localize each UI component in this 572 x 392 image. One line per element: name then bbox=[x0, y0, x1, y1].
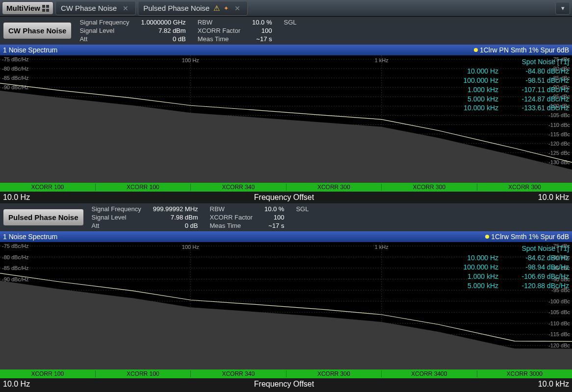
svg-text:-85 dBc/Hz: -85 dBc/Hz bbox=[2, 75, 29, 81]
svg-text:-75 dBc/Hz: -75 dBc/Hz bbox=[2, 56, 29, 62]
spot-noise-row: 1.000 kHz-107.11 dBc/Hz bbox=[444, 85, 569, 95]
spot-noise-row: 10.000 kHz-133.61 dBc/Hz bbox=[444, 103, 569, 113]
xcorr-segment: XCORR 340 bbox=[191, 184, 286, 191]
panel-pulsed: Pulsed Phase Noise Signal Frequency 999.… bbox=[0, 203, 572, 390]
param-value: 10.0 % bbox=[252, 19, 272, 26]
xcorr-segment: XCORR 300 bbox=[286, 184, 382, 191]
grid-icon bbox=[42, 5, 49, 12]
axis-right: 10.0 kHz bbox=[538, 193, 569, 202]
param-value: 100 bbox=[264, 214, 284, 221]
xcorr-segment: XCORR 340 bbox=[191, 370, 286, 377]
trace-title-left: 1 Noise Spectrum bbox=[3, 46, 57, 54]
param-value: 999.99992 MHz bbox=[153, 205, 198, 213]
svg-text:-75 dBc/Hz: -75 dBc/Hz bbox=[2, 243, 29, 249]
meas-header-pulsed: Pulsed Phase Noise Signal Frequency 999.… bbox=[0, 203, 572, 231]
svg-text:-80 dBc/Hz: -80 dBc/Hz bbox=[2, 254, 29, 260]
xcorr-segment: XCORR 100 bbox=[0, 370, 96, 377]
tab-cw-phase-noise[interactable]: CW Phase Noise ✕ bbox=[55, 1, 136, 15]
param-value: 1.0000000 GHz bbox=[141, 19, 186, 26]
param-value: 7.98 dBm bbox=[153, 214, 198, 221]
param-label: RBW bbox=[198, 19, 240, 26]
multiview-label: MultiView bbox=[6, 4, 40, 12]
xcorr-segment: XCORR 300 bbox=[286, 370, 382, 377]
chart-area-cw[interactable]: -75 dBc/Hz-75 dBc-80 dBc/Hz-80 dBc-85 dB… bbox=[0, 55, 572, 183]
multiview-button[interactable]: MultiView bbox=[2, 1, 53, 15]
chart-area-pulsed[interactable]: -75 dBc/Hz-75 dBc-80 dBc/Hz-80 dBc-85 dB… bbox=[0, 242, 572, 369]
param-value: 0 dB bbox=[141, 35, 186, 43]
param-value: 0 dB bbox=[153, 222, 198, 229]
svg-text:-115 dBc: -115 dBc bbox=[548, 131, 571, 137]
trace-title-right: 1Clrw Smth 1% Spur 6dB bbox=[491, 233, 569, 241]
spot-noise-table-pulsed: Spot Noise [T1] 10.000 Hz-84.62 dBc/Hz 1… bbox=[444, 244, 569, 290]
param-label: SGL bbox=[296, 205, 309, 213]
svg-text:-110 dBc: -110 dBc bbox=[548, 320, 571, 326]
spot-noise-row: 1.000 kHz-106.69 dBc/Hz bbox=[444, 272, 569, 281]
param-label: Signal Frequency bbox=[92, 205, 141, 213]
params-grid: Signal Frequency 1.0000000 GHz RBW 10.0 … bbox=[79, 19, 296, 43]
svg-text:-115 dBc: -115 dBc bbox=[548, 331, 571, 337]
param-value: 10.0 % bbox=[264, 205, 284, 213]
xcorr-bar-pulsed: XCORR 100XCORR 100XCORR 340XCORR 300XCOR… bbox=[0, 369, 572, 378]
warning-icon: ⚠ bbox=[213, 4, 220, 13]
meas-button-pulsed[interactable]: Pulsed Phase Noise bbox=[3, 209, 84, 226]
meas-header-cw: CW Phase Noise Signal Frequency 1.000000… bbox=[0, 17, 572, 45]
param-label: XCORR Factor bbox=[198, 27, 240, 34]
svg-text:-130 dBc: -130 dBc bbox=[548, 159, 571, 165]
trace-title-bar-pulsed: 1 Noise Spectrum 1Clrw Smth 1% Spur 6dB bbox=[0, 231, 572, 242]
close-icon[interactable]: ✕ bbox=[121, 4, 130, 12]
tab-menu-dropdown[interactable]: ▾ bbox=[555, 2, 570, 15]
param-label: Meas Time bbox=[210, 222, 253, 229]
svg-text:-125 dBc: -125 dBc bbox=[548, 150, 571, 156]
axis-center: Frequency Offset bbox=[254, 193, 314, 202]
svg-text:-120 dBc: -120 dBc bbox=[548, 343, 571, 348]
xcorr-segment: XCORR 3400 bbox=[382, 370, 477, 377]
svg-text:100 Hz: 100 Hz bbox=[182, 57, 199, 63]
param-label: Att bbox=[92, 222, 141, 229]
svg-text:-120 dBc: -120 dBc bbox=[548, 141, 571, 147]
trace-indicator-icon bbox=[474, 48, 478, 52]
svg-text:-105 dBc: -105 dBc bbox=[548, 112, 571, 118]
tab-bar: MultiView CW Phase Noise ✕ Pulsed Phase … bbox=[0, 0, 572, 17]
svg-text:-110 dBc: -110 dBc bbox=[548, 122, 571, 128]
tab-label: Pulsed Phase Noise bbox=[143, 4, 209, 12]
xcorr-segment: XCORR 100 bbox=[96, 370, 191, 377]
spot-noise-row: 100.000 Hz-98.51 dBc/Hz bbox=[444, 76, 569, 85]
trace-title-bar-cw: 1 Noise Spectrum 1Clrw PN Smth 1% Spur 6… bbox=[0, 45, 572, 55]
trace-title-left: 1 Noise Spectrum bbox=[3, 233, 57, 241]
xcorr-segment: XCORR 100 bbox=[0, 184, 96, 191]
xcorr-segment: XCORR 300 bbox=[382, 184, 477, 191]
svg-text:-80 dBc/Hz: -80 dBc/Hz bbox=[2, 66, 29, 72]
param-value: 100 bbox=[252, 27, 272, 34]
spot-noise-row: 10.000 Hz-84.62 dBc/Hz bbox=[444, 253, 569, 263]
svg-text:100 Hz: 100 Hz bbox=[182, 244, 199, 250]
meas-button-cw[interactable]: CW Phase Noise bbox=[3, 22, 72, 39]
axis-left: 10.0 Hz bbox=[3, 380, 30, 389]
spot-noise-row: 100.000 Hz-98.94 dBc/Hz bbox=[444, 263, 569, 272]
xcorr-segment: XCORR 300 bbox=[477, 184, 572, 191]
spot-noise-header: Spot Noise [T1] bbox=[444, 244, 569, 253]
spot-noise-header: Spot Noise [T1] bbox=[444, 57, 569, 67]
spot-noise-table-cw: Spot Noise [T1] 10.000 Hz-84.80 dBc/Hz 1… bbox=[444, 57, 569, 113]
axis-center: Frequency Offset bbox=[254, 380, 314, 389]
spot-noise-row: 5.000 kHz-120.88 dBc/Hz bbox=[444, 281, 569, 291]
param-label: XCORR Factor bbox=[210, 214, 253, 221]
close-icon[interactable]: ✕ bbox=[233, 4, 242, 12]
svg-text:-100 dBc: -100 dBc bbox=[548, 298, 571, 304]
trace-title-right: 1Clrw PN Smth 1% Spur 6dB bbox=[480, 46, 569, 54]
param-label: Signal Level bbox=[92, 214, 141, 221]
param-label: Signal Frequency bbox=[79, 19, 129, 26]
param-value: ~17 s bbox=[252, 35, 272, 43]
xcorr-segment: XCORR 3000 bbox=[477, 370, 572, 377]
params-grid: Signal Frequency 999.99992 MHz RBW 10.0 … bbox=[92, 205, 309, 229]
param-value: ~17 s bbox=[264, 222, 284, 229]
panel-cw: CW Phase Noise Signal Frequency 1.000000… bbox=[0, 17, 572, 203]
param-label: Meas Time bbox=[198, 35, 240, 43]
star-icon: ✦ bbox=[224, 5, 229, 12]
svg-text:1 kHz: 1 kHz bbox=[375, 57, 389, 63]
param-label: SGL bbox=[284, 19, 297, 26]
axis-footer-pulsed: 10.0 Hz Frequency Offset 10.0 kHz bbox=[0, 378, 572, 390]
axis-left: 10.0 Hz bbox=[3, 193, 30, 202]
tab-pulsed-phase-noise[interactable]: Pulsed Phase Noise ⚠ ✦ ✕ bbox=[138, 1, 248, 16]
spot-noise-row: 5.000 kHz-124.87 dBc/Hz bbox=[444, 95, 569, 104]
param-label: Att bbox=[79, 35, 129, 43]
